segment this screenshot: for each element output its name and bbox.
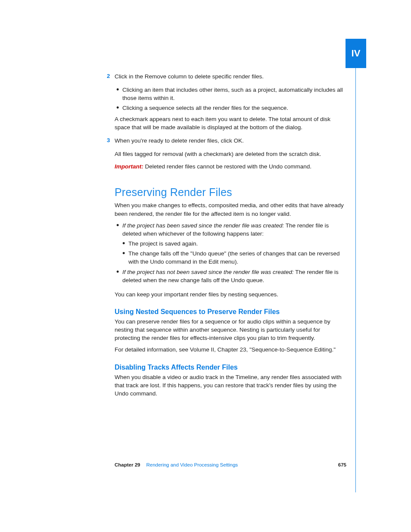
heading-nested-sequences: Using Nested Sequences to Preserve Rende… xyxy=(102,308,346,316)
case-item-saved: If the project has been saved since the … xyxy=(122,221,346,266)
page-content: 2 Click in the Remove column to delete s… xyxy=(102,72,346,401)
step-text: Click in the Remove column to delete spe… xyxy=(115,73,264,80)
step-3: 3 When you're ready to delete render fil… xyxy=(102,137,346,145)
step-number: 2 xyxy=(107,72,110,80)
case-item-notsaved: If the project has not been saved since … xyxy=(122,268,346,284)
step-text: When you're ready to delete render files… xyxy=(115,137,244,144)
list-item: Clicking a sequence selects all the rend… xyxy=(122,104,346,112)
step-2: 2 Click in the Remove column to delete s… xyxy=(102,72,346,81)
footer-page-number: 675 xyxy=(338,462,346,467)
heading-preserving: Preserving Render Files xyxy=(102,186,346,199)
step-2-bullets: Clicking an item that includes other ite… xyxy=(102,86,346,112)
disabling-para: When you disable a video or audio track … xyxy=(102,373,346,398)
case-leadin: If the project has not been saved since … xyxy=(122,269,294,275)
xref-para: For detailed information, see Volume II,… xyxy=(102,345,346,354)
list-item: The change falls off the "Undo queue" (t… xyxy=(128,249,346,266)
heading-disabling-tracks: Disabling Tracks Affects Render Files xyxy=(102,364,346,371)
important-text: Deleted render files cannot be restored … xyxy=(143,163,311,170)
important-label: Important: xyxy=(115,163,143,170)
step-3-followup: All files tagged for removal (with a che… xyxy=(102,150,346,158)
right-rule xyxy=(355,68,356,492)
step-number: 3 xyxy=(107,137,110,144)
footer-chapter-label: Chapter 29 xyxy=(115,462,140,467)
part-tab: IV xyxy=(346,39,366,68)
case-sub-bullets: The project is saved again. The change f… xyxy=(122,240,346,266)
important-note: Important: Deleted render files cannot b… xyxy=(102,162,346,171)
section-preserving: Preserving Render Files When you make ch… xyxy=(102,186,346,398)
list-item: The project is saved again. xyxy=(128,240,346,248)
nest-note: You can keep your important render files… xyxy=(102,290,346,299)
case-bullets: If the project has been saved since the … xyxy=(102,221,346,284)
list-item: Clicking an item that includes other ite… xyxy=(122,86,346,102)
footer-chapter-title: Rendering and Video Processing Settings xyxy=(146,462,238,467)
case-leadin: If the project has been saved since the … xyxy=(122,222,284,229)
step-2-followup: A checkmark appears next to each item yo… xyxy=(102,115,346,131)
nested-seq-para: You can preserve render files for a sequ… xyxy=(102,317,346,342)
intro-para: When you make changes to effects, compos… xyxy=(102,201,346,218)
page-footer: Chapter 29 Rendering and Video Processin… xyxy=(102,462,346,467)
